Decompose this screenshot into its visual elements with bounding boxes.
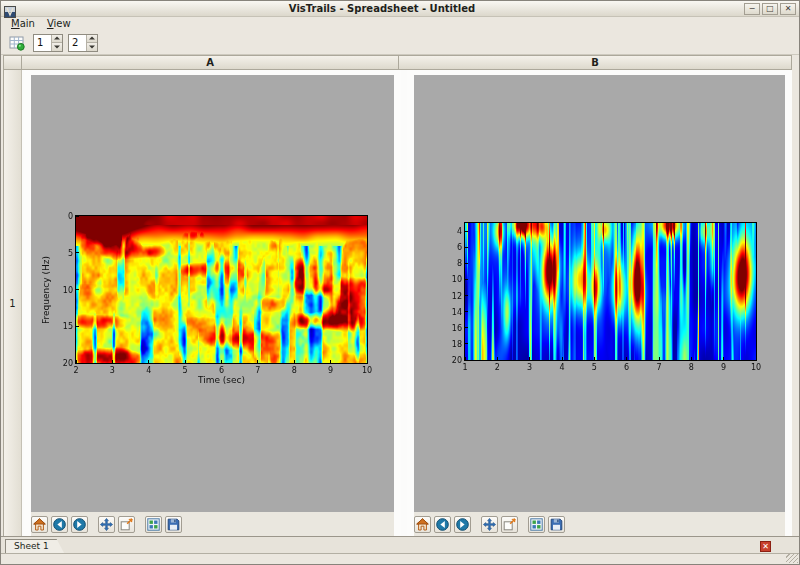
x-tick (691, 357, 692, 360)
y-tick-label: 4 (447, 227, 462, 236)
y-tick (76, 326, 79, 327)
minimize-button[interactable]: − (744, 3, 760, 15)
rows-down-button[interactable] (52, 43, 62, 51)
menu-main[interactable]: Main (5, 17, 41, 31)
plot-forward-button-b[interactable] (454, 516, 471, 533)
cols-down-button[interactable] (87, 43, 97, 51)
plot-zoom-button-b[interactable] (501, 516, 518, 533)
plot-save-button-a[interactable] (165, 516, 182, 533)
x-tick-label: 5 (587, 363, 601, 372)
sheet-close-button[interactable]: ✕ (760, 541, 771, 552)
x-tick-label: 6 (620, 363, 634, 372)
plot-nav-toolbar-a (31, 512, 394, 536)
vistrails-app-icon (4, 3, 16, 15)
y-tick (76, 363, 79, 364)
plot-canvas-b[interactable]: 12345678910468101214161820 (414, 75, 785, 512)
corner-header[interactable] (3, 55, 22, 70)
cols-value: 2 (69, 35, 86, 51)
statusbar (1, 554, 799, 564)
sheet-tab-label: Sheet 1 (14, 541, 49, 551)
y-tick (465, 360, 468, 361)
rows-up-button[interactable] (52, 35, 62, 44)
window-title: VisTrails - Spreadsheet - Untitled (20, 2, 744, 16)
rows-spinbox[interactable]: 1 (33, 34, 63, 52)
close-button[interactable]: ✕ (780, 3, 796, 15)
x-tick-label: 4 (142, 366, 156, 375)
tab-sheet-1[interactable]: Sheet 1 (5, 539, 65, 554)
x-tick-label: 8 (287, 366, 301, 375)
y-tick-label: 15 (58, 322, 73, 331)
titlebar[interactable]: VisTrails - Spreadsheet - Untitled − □ ✕ (1, 1, 799, 17)
new-sheet-button[interactable] (6, 33, 28, 53)
y-tick-label: 18 (447, 340, 462, 349)
x-tick-label: 9 (717, 363, 731, 372)
cell-a: 234567891005101520Time (sec)Frequency (H… (24, 70, 401, 536)
menu-view[interactable]: View (41, 17, 77, 31)
rows-value: 1 (34, 35, 51, 51)
y-tick (465, 263, 468, 264)
column-header-a[interactable]: A (22, 55, 399, 70)
x-axis-label: Time (sec) (76, 375, 367, 385)
plot-home-button-b[interactable] (414, 516, 431, 533)
row-header-1[interactable]: 1 (3, 70, 22, 536)
y-tick-label: 10 (58, 286, 73, 295)
column-header-b[interactable]: B (399, 55, 792, 70)
x-tick-label: 6 (215, 366, 229, 375)
nav-toolbar-separator (521, 524, 525, 525)
y-tick-label: 20 (58, 359, 73, 368)
x-tick (562, 357, 563, 360)
x-tick-label: 10 (360, 366, 374, 375)
plot-subplots-button-a[interactable] (145, 516, 162, 533)
plot-back-button-a[interactable] (51, 516, 68, 533)
x-tick-label: 10 (749, 363, 763, 372)
plot-pan-button-a[interactable] (98, 516, 115, 533)
x-tick (626, 357, 627, 360)
resize-grip[interactable] (786, 554, 798, 563)
x-tick (594, 357, 595, 360)
cols-up-button[interactable] (87, 35, 97, 44)
x-tick-label: 2 (490, 363, 504, 372)
plot-canvas-a[interactable]: 234567891005101520Time (sec)Frequency (H… (31, 75, 394, 512)
x-tick-label: 5 (178, 366, 192, 375)
plot-home-button-a[interactable] (31, 516, 48, 533)
x-tick (330, 360, 331, 363)
y-tick-label: 5 (58, 249, 73, 258)
nav-toolbar-separator (91, 524, 95, 525)
y-tick-label: 10 (447, 275, 462, 284)
plot-axes-b[interactable]: 12345678910468101214161820 (464, 222, 757, 361)
menubar: Main View (1, 17, 799, 31)
cols-spinbox[interactable]: 2 (68, 34, 98, 52)
x-tick (659, 357, 660, 360)
plot-axes-a[interactable]: 234567891005101520Time (sec)Frequency (H… (75, 215, 368, 364)
x-tick-label: 7 (652, 363, 666, 372)
y-tick (465, 295, 468, 296)
spreadsheet-area: A B 1 234567891005101520Time (sec)Freque… (3, 55, 792, 536)
x-tick (294, 360, 295, 363)
maximize-button[interactable]: □ (762, 3, 778, 15)
plot-forward-button-a[interactable] (71, 516, 88, 533)
x-tick (367, 360, 368, 363)
plot-zoom-button-a[interactable] (118, 516, 135, 533)
x-tick-label: 9 (324, 366, 338, 375)
x-tick (148, 360, 149, 363)
spreadsheet-grid-icon (9, 35, 25, 51)
y-tick (76, 216, 79, 217)
plot-subplots-button-b[interactable] (528, 516, 545, 533)
heatmap-image-a[interactable] (76, 216, 367, 363)
y-tick-label: 16 (447, 324, 462, 333)
plot-save-button-b[interactable] (548, 516, 565, 533)
plot-pan-button-b[interactable] (481, 516, 498, 533)
app-window: VisTrails - Spreadsheet - Untitled − □ ✕… (0, 0, 800, 565)
y-tick (465, 311, 468, 312)
heatmap-image-b[interactable] (465, 223, 756, 360)
x-tick-label: 7 (251, 366, 265, 375)
y-tick (76, 252, 79, 253)
y-tick (76, 289, 79, 290)
y-axis-label: Frequency (Hz) (40, 216, 52, 363)
column-header-row: A B (3, 55, 792, 70)
y-tick (465, 231, 468, 232)
plot-back-button-b[interactable] (434, 516, 451, 533)
plot-nav-toolbar-b (414, 512, 785, 536)
main-toolbar: 1 2 (1, 31, 799, 55)
x-tick-label: 4 (555, 363, 569, 372)
